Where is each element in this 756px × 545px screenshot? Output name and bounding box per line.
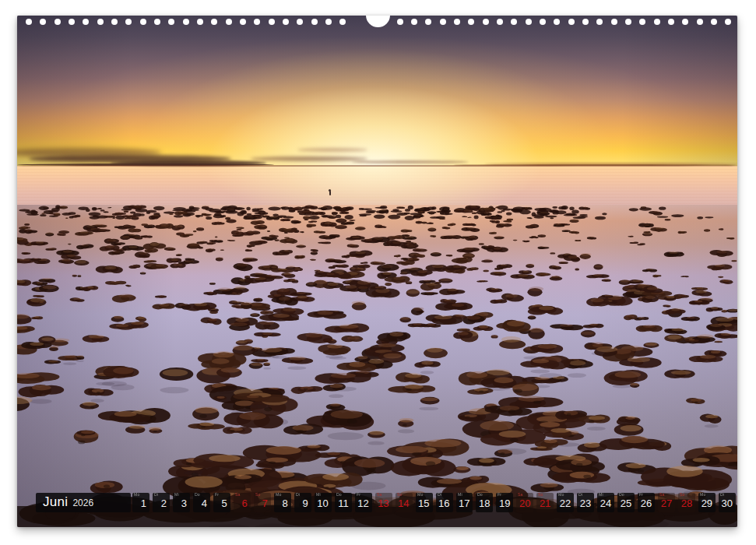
weekday-label: So xyxy=(255,493,261,497)
day-number: 11 xyxy=(338,498,349,509)
day-cell: Di30 xyxy=(719,493,736,512)
weekday-label: Mo xyxy=(276,493,281,497)
punch-hole xyxy=(554,19,560,25)
weekday-label: Do xyxy=(477,493,483,497)
weekday-label: Mi xyxy=(458,493,462,497)
weekday-label: Do xyxy=(195,493,200,497)
weekday-label: Fr xyxy=(357,493,360,497)
day-cell: Di16 xyxy=(436,493,453,512)
weekday-label: Mo xyxy=(558,493,564,497)
day-cell: Fr19 xyxy=(496,493,513,512)
month-label: Juni 2026 xyxy=(36,493,131,512)
weekday-label: Fr xyxy=(639,493,643,497)
day-number: 15 xyxy=(418,498,429,509)
day-cell: Di23 xyxy=(577,493,594,512)
punch-hole xyxy=(97,19,104,25)
day-cell: Do11 xyxy=(335,493,352,512)
weekday-label: Fr xyxy=(498,493,501,497)
day-cell: So28 xyxy=(678,493,695,512)
weekday-label: Di xyxy=(154,493,158,497)
punch-hole xyxy=(69,19,75,25)
weekday-label: Do xyxy=(619,493,624,497)
day-number: 8 xyxy=(283,498,288,509)
weekday-label: Mo xyxy=(417,493,423,497)
page-background: { "calendar": { "month": "Juni", "year":… xyxy=(0,0,756,545)
day-number: 9 xyxy=(302,498,308,509)
punch-hole xyxy=(55,19,61,25)
day-cell: Di9 xyxy=(294,493,311,512)
day-cell: Mo1 xyxy=(132,493,149,512)
calendar-strip: Juni 2026 Mo1Di2Mi3Do4Fr5Sa6So7Mo8Di9Mi1… xyxy=(17,493,737,512)
punch-hole xyxy=(397,19,403,25)
punch-hole xyxy=(125,19,132,25)
day-cell: Di2 xyxy=(153,493,170,512)
weekday-label: So xyxy=(680,493,685,497)
punch-hole xyxy=(226,19,232,25)
day-cell: Mo15 xyxy=(416,493,433,512)
weekday-label: Di xyxy=(720,493,724,497)
weekday-label: Sa xyxy=(518,493,523,497)
day-number: 5 xyxy=(222,498,227,509)
punch-hole xyxy=(40,19,46,25)
day-cell: Mi10 xyxy=(315,493,332,512)
punch-hole xyxy=(526,19,532,25)
punch-hole xyxy=(611,19,617,25)
day-number: 13 xyxy=(378,498,389,509)
punch-hole xyxy=(697,19,703,25)
punch-hole xyxy=(425,19,431,25)
day-number: 28 xyxy=(681,498,692,509)
punch-hole xyxy=(297,19,303,25)
punch-hole xyxy=(83,19,89,25)
day-number: 4 xyxy=(202,498,207,509)
day-cell: Mo22 xyxy=(557,493,574,512)
weekday-label: So xyxy=(538,493,543,497)
calendar-photo: Juni 2026 Mo1Di2Mi3Do4Fr5Sa6So7Mo8Di9Mi1… xyxy=(17,16,737,527)
day-cell: Mi24 xyxy=(597,493,614,512)
day-number: 16 xyxy=(438,498,449,509)
punch-hole xyxy=(711,19,717,25)
day-number: 23 xyxy=(580,498,591,509)
weekday-label: Mo xyxy=(134,493,139,497)
stromatolite-rocks xyxy=(17,16,737,527)
day-cell: Do18 xyxy=(476,493,493,512)
day-cell: So21 xyxy=(536,493,554,512)
weekday-label: Mi xyxy=(316,493,321,497)
day-number: 3 xyxy=(181,498,187,509)
day-cell: Fr12 xyxy=(355,493,372,512)
day-cell: Fr5 xyxy=(213,493,230,512)
punch-hole xyxy=(682,19,688,25)
day-cell: Sa13 xyxy=(375,493,392,512)
day-number: 6 xyxy=(242,498,248,509)
day-number: 30 xyxy=(722,498,733,509)
day-number: 10 xyxy=(317,498,328,509)
month-name: Juni xyxy=(43,493,68,512)
bird-silhouette xyxy=(329,191,331,195)
punch-hole xyxy=(140,19,146,25)
day-number: 7 xyxy=(262,498,268,509)
punch-hole xyxy=(111,19,118,25)
day-number: 27 xyxy=(661,498,672,509)
day-cell: Mi17 xyxy=(456,493,473,512)
punch-hole xyxy=(240,19,246,25)
weekday-label: Fr xyxy=(215,493,219,497)
day-number: 17 xyxy=(459,498,469,509)
weekday-label: Di xyxy=(438,493,441,497)
punch-hole xyxy=(511,19,517,25)
year-label: 2026 xyxy=(72,498,93,508)
day-number: 29 xyxy=(701,498,712,509)
punch-hole xyxy=(725,19,731,25)
weekday-label: Mi xyxy=(174,493,179,497)
punch-hole xyxy=(311,19,318,25)
punch-hole xyxy=(582,19,589,25)
punch-hole xyxy=(183,19,189,25)
day-number: 25 xyxy=(621,498,631,509)
day-number: 2 xyxy=(161,498,167,509)
weekday-label: Sa xyxy=(377,493,382,497)
punch-hole xyxy=(26,19,32,25)
punch-hole xyxy=(411,19,417,25)
day-cell: Sa27 xyxy=(658,493,675,512)
punch-hole xyxy=(339,19,346,25)
punch-hole xyxy=(440,19,446,25)
punch-hole xyxy=(625,19,631,25)
punch-hole xyxy=(668,19,674,25)
